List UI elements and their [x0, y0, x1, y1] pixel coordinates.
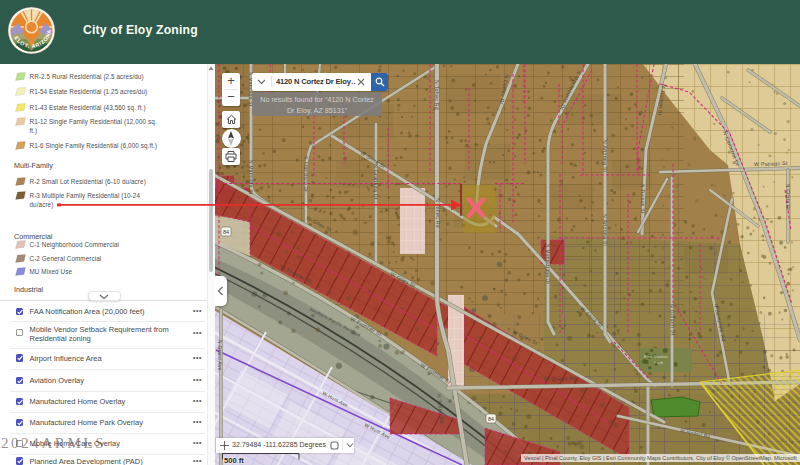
svg-text:N Toltec Rd: N Toltec Rd: [434, 80, 440, 110]
svg-text:N Arizona St: N Arizona St: [602, 214, 608, 247]
svg-text:N Maricopa St: N Maricopa St: [248, 160, 253, 195]
svg-text:84: 84: [223, 229, 229, 235]
svg-text:N Gloria Ct: N Gloria Ct: [785, 184, 790, 210]
svg-text:84: 84: [488, 416, 494, 422]
svg-text:W Papago St: W Papago St: [754, 160, 788, 167]
svg-text:Fire Station: Fire Station: [644, 354, 668, 359]
svg-text:N Toltec Rd: N Toltec Rd: [435, 198, 441, 228]
svg-text:N Grand Ave: N Grand Ave: [217, 340, 222, 371]
svg-text:N Granada Dr: N Granada Dr: [373, 164, 379, 200]
svg-text:N Montezuma Dr: N Montezuma Dr: [545, 244, 550, 285]
svg-text:N Arizona St: N Arizona St: [602, 140, 608, 173]
svg-text:N Tucson St: N Tucson St: [640, 184, 645, 214]
svg-text:Park: Park: [654, 360, 663, 365]
svg-text:N Francisco Dr: N Francisco Dr: [303, 156, 308, 192]
svg-text:W Shedd Rd: W Shedd Rd: [544, 375, 577, 382]
